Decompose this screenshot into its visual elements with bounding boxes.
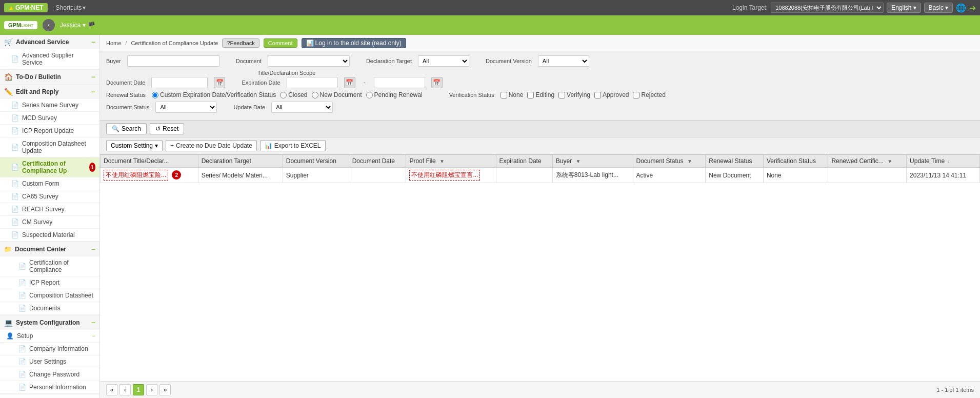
document-version-select[interactable]: All: [538, 55, 589, 67]
reset-button[interactable]: ↺ Reset: [150, 123, 184, 134]
breadcrumb-home[interactable]: Home: [106, 40, 121, 46]
col-header-document-version: Document Version: [283, 155, 349, 168]
sidebar-item-certification-compliance[interactable]: 📄 Certification of Compliance: [0, 256, 99, 276]
chevron-down-icon: ▾: [83, 4, 86, 11]
buyer-filter-icon[interactable]: ▼: [576, 158, 581, 164]
verify-check-none[interactable]: None: [501, 91, 524, 98]
sidebar-item-personal-information[interactable]: 📄 Personal Information: [0, 381, 99, 394]
user-dropdown-icon[interactable]: ▾: [83, 22, 86, 29]
renewal-radio-pending[interactable]: Pending Renewal: [366, 91, 423, 98]
verify-check-verifying[interactable]: Verifying: [558, 91, 590, 98]
renewal-radio-closed[interactable]: Closed: [280, 91, 307, 98]
sidebar-item-cm-survey[interactable]: 📄 CM Survey: [0, 216, 99, 229]
verify-checkbox-none[interactable]: [501, 92, 507, 98]
search-button[interactable]: 🔍 Search: [106, 123, 147, 134]
cell-proof-file: 不使用红磷阻燃宝宣言...: [406, 168, 496, 183]
reset-label: Reset: [163, 125, 178, 132]
export-excel-button[interactable]: 📊 Export to EXCEL: [260, 140, 326, 151]
document-status-filter-icon[interactable]: ▼: [687, 158, 692, 164]
expiration-date-from-calendar[interactable]: 📅: [344, 77, 355, 88]
basic-button[interactable]: Basic ▾: [924, 3, 953, 13]
verify-checkbox-rejected[interactable]: [633, 92, 639, 98]
renewed-filter-icon[interactable]: ▼: [887, 158, 892, 164]
last-page-button[interactable]: »: [159, 384, 171, 395]
document-date-calendar[interactable]: 📅: [214, 77, 225, 88]
comment-button[interactable]: Comment: [264, 38, 297, 48]
update-date-label: Update Date: [233, 104, 265, 110]
cell-document-version: Supplier: [283, 168, 349, 183]
sidebar-item-custom-form[interactable]: 📄 Custom Form: [0, 177, 99, 190]
collapse-icon[interactable]: −: [91, 38, 95, 46]
sidebar-section-header-system-configuration[interactable]: 💻 System Configuration −: [0, 315, 99, 330]
sidebar-section-header-document-center[interactable]: 📁 Document Center −: [0, 242, 99, 256]
collapse-icon[interactable]: −: [91, 73, 95, 81]
sidebar-item-composition-datasheet[interactable]: 📄 Composition Datasheet Update: [0, 137, 99, 157]
renewal-radio-custom[interactable]: Custom Expiration Date/Verification Stat…: [152, 91, 276, 98]
shortcuts-button[interactable]: Shortcuts ▾: [56, 4, 86, 11]
first-page-button[interactable]: «: [106, 384, 117, 395]
verify-check-editing[interactable]: Editing: [527, 91, 554, 98]
create-no-due-date-button[interactable]: + Create no Due Date Update: [166, 140, 257, 151]
sidebar-item-reach-survey[interactable]: 📄 REACH Survey: [0, 203, 99, 216]
old-site-button[interactable]: 📊 Log in to the old site (read only): [302, 38, 406, 48]
sidebar-item-user-settings[interactable]: 📄 User Settings: [0, 355, 99, 368]
renewal-radio-new[interactable]: New Document: [312, 91, 362, 98]
sidebar-item-series-name-survey[interactable]: 📄 Series Name Survey: [0, 99, 99, 112]
buyer-input[interactable]: [127, 55, 219, 67]
renewal-radio-input-new[interactable]: [312, 92, 318, 98]
col-header-buyer: Buyer ▼: [552, 155, 633, 168]
sidebar-section-header-todo[interactable]: 🏠 To-Do / Bulletin −: [0, 70, 99, 84]
collapse-icon[interactable]: −: [92, 332, 95, 340]
expiration-date-to-calendar[interactable]: 📅: [431, 77, 443, 88]
document-date-input[interactable]: [151, 77, 208, 88]
sidebar-section-header-edit-reply[interactable]: ✏️ Edit and Reply −: [0, 85, 99, 99]
collapse-icon[interactable]: −: [91, 88, 95, 96]
sidebar-item-documents[interactable]: 📄 Documents: [0, 302, 99, 315]
badge-1: 1: [89, 163, 95, 172]
sidebar-item-company-information[interactable]: 📄 Company Information: [0, 343, 99, 355]
expiration-date-to-input[interactable]: [374, 77, 425, 88]
logout-icon[interactable]: ➜: [969, 3, 976, 13]
sidebar-item-mcd-survey[interactable]: 📄 MCD Survey: [0, 112, 99, 125]
next-page-button[interactable]: ›: [146, 384, 157, 395]
renewal-radio-input-pending[interactable]: [366, 92, 373, 98]
verify-check-approved[interactable]: Approved: [594, 91, 629, 98]
feedback-button[interactable]: ?Feedback: [222, 38, 259, 48]
login-target-select[interactable]: 10882088(安柏电子股份有限公司(Lab light...: [771, 3, 884, 13]
language-button[interactable]: English ▾: [887, 3, 921, 13]
renewal-radio-input-custom[interactable]: [152, 92, 158, 98]
back-button[interactable]: ‹: [43, 19, 55, 31]
document-select[interactable]: [268, 55, 350, 67]
sidebar-item-advanced-supplier-service[interactable]: 📄 Advanced Supplier Service: [0, 49, 99, 69]
declaration-target-select[interactable]: All: [418, 55, 469, 67]
prev-page-button[interactable]: ‹: [119, 384, 131, 395]
sidebar-item-composition-datasheet-center[interactable]: 📄 Composition Datasheet: [0, 289, 99, 302]
sidebar-item-ca65-survey[interactable]: 📄 CA65 Survey: [0, 190, 99, 203]
verify-check-rejected[interactable]: Rejected: [633, 91, 665, 98]
proof-file-filter-icon[interactable]: ▼: [439, 158, 445, 164]
update-date-select[interactable]: All: [271, 102, 333, 113]
sidebar-item-certification-compliance-up[interactable]: 📄 Certification of Compliance Up 1: [0, 157, 99, 177]
sidebar-section-header-advanced-service[interactable]: 🛒 Advanced Service −: [0, 35, 99, 49]
update-time-sort-icon[interactable]: ↓: [947, 158, 950, 164]
sidebar-item-icp-report-update[interactable]: 📄 ICP Report Update: [0, 125, 99, 137]
renewal-radio-input-closed[interactable]: [280, 92, 287, 98]
sidebar-item-change-password[interactable]: 📄 Change Password: [0, 368, 99, 381]
verify-checkbox-approved[interactable]: [594, 92, 601, 98]
page-1-button[interactable]: 1: [133, 384, 144, 395]
proof-file-link[interactable]: 不使用红磷阻燃宝宣言...: [409, 170, 480, 181]
verify-checkbox-verifying[interactable]: [558, 92, 565, 98]
globe-icon[interactable]: 🌐: [956, 3, 966, 13]
user-name: Jessica: [60, 22, 81, 29]
document-status-select[interactable]: All: [155, 102, 217, 113]
verify-checkbox-editing[interactable]: [527, 92, 534, 98]
expiration-date-from-input[interactable]: [287, 77, 338, 88]
sidebar-item-suspected-material[interactable]: 📄 Suspected Material: [0, 229, 99, 242]
collapse-icon[interactable]: −: [91, 319, 95, 327]
collapse-icon[interactable]: −: [91, 245, 95, 253]
sidebar-item-icp-report[interactable]: 📄 ICP Report: [0, 276, 99, 289]
sidebar-item-setup[interactable]: 👤 Setup −: [0, 330, 99, 343]
custom-setting-button[interactable]: Custom Setting ▾: [106, 140, 163, 151]
title-link[interactable]: 不使用红磷阻燃宝险...: [104, 170, 168, 181]
filter-row-1: Buyer Document Declaration Target All Do…: [106, 55, 974, 67]
